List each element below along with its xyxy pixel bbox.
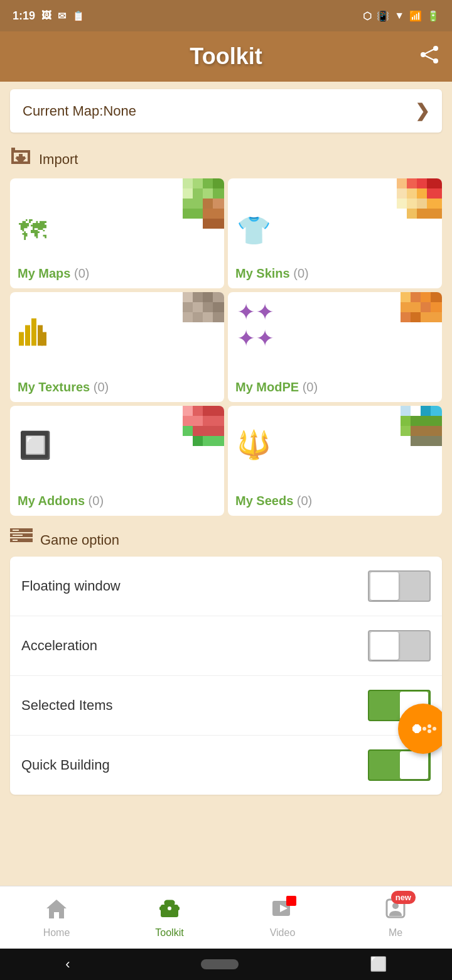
selected-items-label: Selected Items bbox=[21, 697, 113, 714]
svg-rect-24 bbox=[183, 188, 193, 199]
svg-rect-72 bbox=[203, 416, 224, 426]
svg-rect-48 bbox=[203, 312, 213, 322]
svg-rect-70 bbox=[203, 406, 224, 416]
svg-rect-63 bbox=[431, 302, 442, 312]
svg-rect-73 bbox=[193, 426, 224, 436]
maps-icon: 🗺 bbox=[19, 215, 46, 246]
svg-rect-79 bbox=[431, 406, 442, 416]
svg-rect-65 bbox=[421, 312, 442, 322]
acceleration-row: Acceleration bbox=[10, 616, 442, 676]
svg-rect-43 bbox=[213, 292, 224, 302]
svg-rect-55 bbox=[31, 318, 36, 346]
back-button[interactable]: ‹ bbox=[65, 956, 70, 972]
svg-rect-17 bbox=[193, 188, 203, 199]
home-pill[interactable] bbox=[201, 959, 239, 969]
svg-rect-60 bbox=[431, 292, 442, 302]
svg-rect-19 bbox=[213, 188, 224, 199]
seeds-label: My Seeds (0) bbox=[235, 494, 312, 508]
nav-me[interactable]: new Me bbox=[358, 897, 433, 939]
svg-rect-5 bbox=[11, 148, 15, 150]
status-bar: 1:19 🖼 ✉ 📋 ⬡ 📳 ▼ 📶 🔋 bbox=[0, 0, 452, 31]
svg-point-96 bbox=[428, 724, 431, 728]
svg-rect-80 bbox=[421, 406, 431, 416]
svg-rect-28 bbox=[427, 178, 442, 188]
svg-rect-84 bbox=[401, 426, 411, 436]
my-maps-item[interactable]: 🗺 My Maps (0) bbox=[10, 178, 224, 288]
svg-rect-29 bbox=[407, 178, 417, 188]
svg-rect-40 bbox=[397, 199, 407, 209]
svg-line-3 bbox=[423, 48, 436, 55]
status-bar-right: ⬡ 📳 ▼ 📶 🔋 bbox=[363, 10, 439, 22]
svg-rect-8 bbox=[28, 153, 30, 161]
my-textures-item[interactable]: My Textures (0) bbox=[10, 292, 224, 402]
me-nav-label: Me bbox=[389, 927, 402, 939]
current-map-button[interactable]: Current Map:None ❯ bbox=[10, 89, 442, 133]
svg-rect-50 bbox=[183, 292, 193, 302]
addons-icon: 🔲 bbox=[19, 429, 51, 460]
toolkit-nav-icon bbox=[158, 897, 181, 925]
svg-rect-33 bbox=[417, 199, 427, 209]
my-modpe-item[interactable]: ✦✦✦✦ My ModPE (0) bbox=[228, 292, 442, 402]
bottom-nav: Home Toolkit Video bbox=[0, 886, 452, 949]
svg-rect-47 bbox=[193, 312, 203, 322]
home-nav-icon bbox=[45, 897, 68, 925]
video-nav-label: Video bbox=[270, 927, 296, 939]
import-section-header: Import bbox=[0, 140, 452, 176]
svg-rect-71 bbox=[193, 416, 203, 426]
svg-rect-7 bbox=[11, 153, 14, 161]
app-title: Toolkit bbox=[190, 43, 262, 70]
acceleration-label: Acceleration bbox=[21, 638, 97, 654]
floating-window-row: Floating window bbox=[10, 557, 442, 616]
svg-rect-92 bbox=[13, 540, 18, 541]
svg-rect-27 bbox=[417, 178, 427, 188]
header: Toolkit bbox=[0, 31, 452, 82]
addons-label: My Addons (0) bbox=[18, 494, 104, 508]
svg-rect-86 bbox=[401, 406, 411, 416]
svg-rect-49 bbox=[213, 312, 224, 322]
svg-rect-53 bbox=[19, 332, 24, 346]
modpe-icon: ✦✦✦✦ bbox=[237, 299, 274, 352]
my-seeds-item[interactable]: 🔱 My Seeds (0) bbox=[228, 406, 442, 516]
quick-building-toggle[interactable] bbox=[368, 749, 431, 781]
svg-rect-21 bbox=[213, 199, 224, 209]
recents-button[interactable]: ⬜ bbox=[370, 956, 387, 972]
svg-rect-30 bbox=[427, 188, 442, 199]
import-icon bbox=[10, 148, 31, 171]
acceleration-toggle[interactable] bbox=[368, 630, 431, 662]
nav-toolkit[interactable]: Toolkit bbox=[132, 897, 207, 939]
floating-window-thumb bbox=[370, 572, 399, 600]
svg-rect-90 bbox=[13, 530, 19, 531]
svg-rect-26 bbox=[183, 209, 203, 219]
svg-rect-95 bbox=[412, 727, 421, 731]
nav-home[interactable]: Home bbox=[19, 897, 94, 939]
game-option-label: Game option bbox=[40, 532, 119, 548]
content-grid: 🗺 My Maps (0) 👕 My Skins (0) bbox=[0, 176, 452, 521]
game-option-icon bbox=[10, 528, 33, 552]
me-nav-icon bbox=[384, 901, 407, 924]
svg-rect-103 bbox=[164, 901, 175, 905]
maps-label: My Maps (0) bbox=[18, 266, 89, 281]
svg-rect-14 bbox=[203, 178, 213, 188]
svg-rect-76 bbox=[183, 426, 193, 436]
my-skins-item[interactable]: 👕 My Skins (0) bbox=[228, 178, 442, 288]
svg-rect-54 bbox=[25, 325, 30, 346]
quick-building-label: Quick Building bbox=[21, 757, 110, 773]
svg-rect-91 bbox=[13, 535, 23, 536]
svg-rect-51 bbox=[183, 302, 193, 312]
svg-rect-18 bbox=[203, 188, 213, 199]
svg-rect-78 bbox=[193, 436, 203, 446]
modpe-label: My ModPE (0) bbox=[235, 380, 318, 395]
toolkit-nav-label: Toolkit bbox=[155, 927, 183, 939]
svg-rect-62 bbox=[421, 302, 431, 312]
svg-rect-61 bbox=[411, 302, 421, 312]
quick-building-row: Quick Building bbox=[10, 736, 442, 795]
share-button[interactable] bbox=[419, 46, 439, 67]
bluetooth-icon: ⬡ bbox=[363, 10, 372, 22]
my-addons-item[interactable]: 🔲 My Addons (0) bbox=[10, 406, 224, 516]
floating-window-toggle[interactable] bbox=[368, 570, 431, 602]
svg-point-99 bbox=[422, 727, 426, 731]
svg-rect-32 bbox=[407, 188, 417, 199]
nav-video[interactable]: Video bbox=[245, 897, 320, 939]
status-bar-left: 1:19 🖼 ✉ 📋 bbox=[13, 9, 85, 23]
me-new-badge: new bbox=[391, 891, 416, 904]
